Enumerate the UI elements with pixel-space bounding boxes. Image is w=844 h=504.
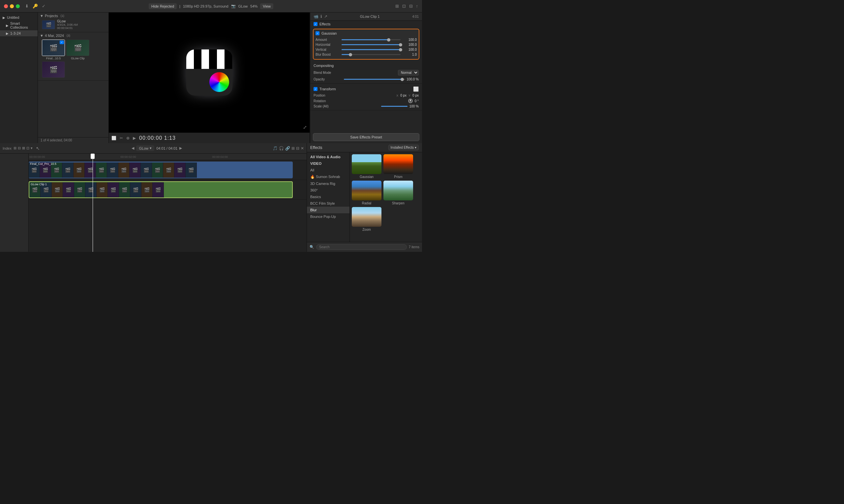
- share-icon[interactable]: ↑: [416, 4, 418, 8]
- cat-360[interactable]: 360°: [307, 187, 349, 194]
- tl-audio-icon[interactable]: 🎵: [273, 146, 277, 151]
- tl-next-icon[interactable]: ▶: [179, 146, 182, 150]
- effects-grid: Gaussian Prism Radial Sharpen Zoom: [350, 152, 422, 242]
- cat-all[interactable]: All: [307, 167, 349, 174]
- vertical-slider[interactable]: [342, 49, 400, 50]
- inspector-tab-share[interactable]: ↗: [324, 14, 327, 19]
- clip-item-final-cut[interactable]: 🎬 ✓ Final...10.5: [42, 39, 65, 60]
- transform-checkbox[interactable]: ✓: [313, 87, 318, 91]
- cat-blur[interactable]: Blur: [307, 207, 349, 213]
- disclosure-icon-smart: ▶: [6, 24, 8, 28]
- view-button[interactable]: View: [260, 3, 273, 9]
- tl-snap-icon[interactable]: ⊞: [291, 146, 295, 151]
- effect-sharpen[interactable]: Sharpen: [383, 181, 413, 205]
- compositing-header[interactable]: Compositing: [310, 62, 422, 69]
- effect-prism[interactable]: Prism: [383, 154, 413, 179]
- glow-project-item[interactable]: 🎬 GLow 4/3/24, 3:06 AM 00:00:04:01: [40, 18, 107, 31]
- minimize-button[interactable]: [10, 4, 14, 8]
- close-button[interactable]: [4, 4, 8, 8]
- horizontal-slider[interactable]: [342, 44, 400, 45]
- tl-ripple-icon[interactable]: ⊟: [296, 146, 299, 151]
- transform-button[interactable]: ✂: [120, 136, 123, 140]
- track-clip-2[interactable]: GLow Clip 1 🎬 🎬 🎬 🎬 🎬 🎬 🎬 🎬 🎬 🎬: [29, 181, 293, 198]
- frame-14: 🎬: [175, 162, 186, 178]
- effect-radial[interactable]: Radial: [352, 181, 381, 205]
- gaussian-checkbox[interactable]: ✓: [316, 31, 320, 35]
- sidebar-label-date: 1-3-24: [10, 31, 21, 35]
- clip-item-glow-clip[interactable]: 🎬 GLow Clip: [66, 39, 89, 60]
- key-icon[interactable]: 🔑: [33, 4, 38, 8]
- horizontal-slider-fill: [342, 44, 400, 45]
- layout-grid-icon[interactable]: ⊞: [395, 4, 399, 8]
- projects-disclosure-icon: ▼: [40, 14, 43, 18]
- play-button[interactable]: ▶: [133, 136, 136, 140]
- opacity-slider-fill: [344, 79, 402, 80]
- ruler-mark-2: 00:00:04:00: [212, 155, 228, 159]
- tl-link-icon[interactable]: 🔗: [285, 146, 290, 151]
- cat-bounce-popup[interactable]: Bounce Pop-Up: [307, 213, 349, 220]
- inspector-tab-info[interactable]: ℹ: [321, 14, 322, 19]
- track-2-label: GLow Clip 1: [31, 183, 47, 186]
- cat-3d-camera-rig[interactable]: 3D Camera Rig: [307, 180, 349, 187]
- rotation-dial[interactable]: [408, 98, 413, 103]
- effects-section-header[interactable]: ✓ Effects: [310, 21, 422, 28]
- index-button[interactable]: Index: [3, 146, 12, 150]
- effects-checkbox[interactable]: ✓: [313, 22, 318, 26]
- tl-close-icon[interactable]: ✕: [301, 146, 304, 151]
- sidebar-item-untitled[interactable]: ▶ Untitled: [0, 15, 38, 20]
- layout-split-icon[interactable]: ⊡: [402, 4, 406, 8]
- tl-cursor-icon[interactable]: ↖: [36, 146, 40, 151]
- check-icon[interactable]: ✓: [42, 4, 46, 8]
- tl-prev-icon[interactable]: ◀: [131, 146, 134, 150]
- tl-icon-3[interactable]: ⊠: [22, 146, 25, 150]
- hide-rejected-button[interactable]: Hide Rejected: [149, 3, 177, 9]
- cat-bcc-film-style[interactable]: BCC Film Style: [307, 200, 349, 207]
- cat-all-video-audio[interactable]: All Video & Audio: [307, 154, 349, 160]
- blur-boost-slider[interactable]: [342, 54, 400, 55]
- cat-sumon-sohrab[interactable]: 🔥 Sumon Sohrab: [307, 174, 349, 180]
- clip-name-dropdown[interactable]: GLow ▾: [136, 145, 154, 151]
- scale-slider[interactable]: [381, 106, 408, 107]
- sidebar-item-1-3-24[interactable]: ▶ 1-3-24: [0, 30, 38, 36]
- vertical-value: 100.0: [402, 48, 417, 51]
- color-button[interactable]: ⊕: [126, 136, 129, 140]
- clip-thumb-extra: 🎬: [42, 61, 65, 78]
- tl-dropdown-icon[interactable]: ▾: [31, 146, 33, 150]
- sidebar: ▶ Untitled ▶ Smart Collections ▶ 1-3-24: [0, 13, 38, 143]
- track-clip-1[interactable]: Final_Cut_Pro_10.5 🎬 🎬 🎬 🎬 🎬 🎬 🎬 🎬 🎬: [29, 162, 293, 178]
- effects-search-input[interactable]: [316, 244, 407, 250]
- import-icon[interactable]: ⬇: [25, 4, 29, 8]
- clip-item-extra[interactable]: 🎬: [42, 61, 65, 78]
- vertical-slider-fill: [342, 49, 400, 50]
- date-group-header[interactable]: ▼ 4 Mar, 2024 (3): [40, 34, 107, 38]
- inspector-tab-video[interactable]: 📹: [313, 14, 319, 19]
- effect-gaussian[interactable]: Gaussian: [352, 154, 381, 179]
- projects-group-header[interactable]: ▼ Projects (1): [40, 14, 107, 18]
- sidebar-item-smart-collections[interactable]: ▶ Smart Collections: [0, 20, 38, 30]
- t2-frame-11: 🎬: [141, 182, 152, 197]
- blend-mode-select[interactable]: Normal: [398, 70, 419, 75]
- amount-slider[interactable]: [342, 39, 400, 40]
- timeline-center: ◀ GLow ▾ 04:01 / 04:01 ▶: [43, 145, 271, 151]
- separator-icon: |: [179, 4, 180, 8]
- frame-11: 🎬: [141, 162, 152, 178]
- titlebar-center: Hide Rejected | 1080p HD 29.97p, Surroun…: [149, 3, 273, 9]
- fullscreen-button[interactable]: [16, 4, 20, 8]
- opacity-slider[interactable]: [344, 79, 405, 80]
- playhead[interactable]: [93, 154, 93, 252]
- installed-effects-dropdown[interactable]: Installed Effects ▾: [388, 145, 419, 150]
- tl-icon-1[interactable]: ⊞: [14, 146, 17, 150]
- tl-icon-2[interactable]: ⊟: [18, 146, 21, 150]
- tl-icon-4[interactable]: ⊡: [26, 146, 29, 150]
- layout-inspect-icon[interactable]: ⊟: [409, 4, 413, 8]
- cat-basics[interactable]: Basics: [307, 194, 349, 200]
- crop-button[interactable]: ⬜: [111, 136, 116, 140]
- transform-header[interactable]: ✓ Transform ⬜: [310, 85, 422, 93]
- frame-8: 🎬: [107, 162, 118, 178]
- browser-panel: ▼ Projects (1) 🎬 GLow 4/3/24, 3:06 AM 00…: [38, 13, 109, 143]
- expand-viewer-icon[interactable]: ⤢: [303, 125, 307, 130]
- tl-headphone-icon[interactable]: 🎧: [279, 146, 284, 151]
- scale-value: 100 %: [410, 105, 419, 108]
- save-effects-preset-button[interactable]: Save Effects Preset: [313, 133, 419, 141]
- effect-zoom[interactable]: Zoom: [352, 207, 381, 231]
